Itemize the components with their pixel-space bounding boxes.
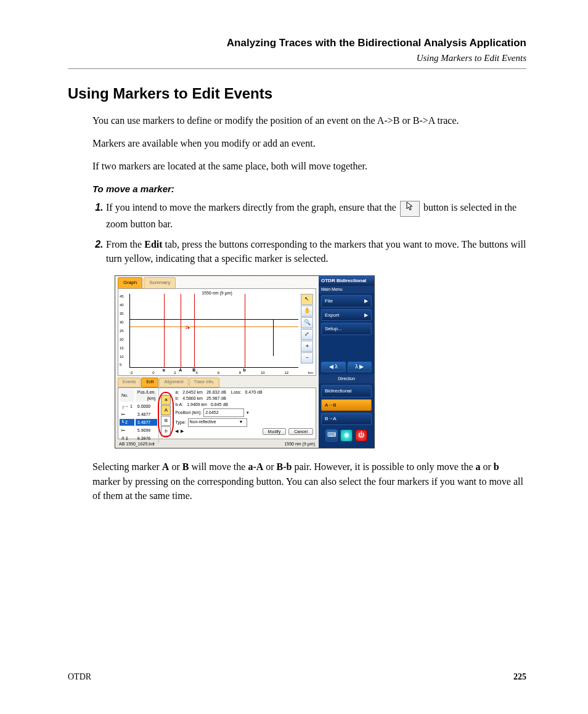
help-icon[interactable]: ◉ bbox=[340, 429, 353, 442]
header-rule bbox=[68, 68, 526, 69]
tab-edit[interactable]: Edit bbox=[141, 378, 158, 387]
page-number: 225 bbox=[513, 672, 526, 682]
zoom-toolbox: ↖ ✋ 🔍 ⤢ ＋ － bbox=[301, 294, 313, 364]
step-text: If you intend to move the markers direct… bbox=[106, 202, 399, 213]
y-axis: 45403530252015105 bbox=[120, 294, 124, 368]
table-row[interactable]: ┌→ 10.0000 bbox=[120, 403, 157, 410]
edit-panel: No.Pos./Len.(km) ┌→ 10.0000 ⊢3.4877 ┖ 23… bbox=[118, 387, 316, 439]
zoom-in-button[interactable]: ＋ bbox=[301, 341, 313, 352]
marker-fields: a:2.6452 km26.832 dB Loss:0.470 dB b:4.5… bbox=[173, 388, 316, 439]
page-footer: OTDR 225 bbox=[68, 672, 526, 682]
setup-menu-button[interactable]: Setup... bbox=[321, 323, 372, 335]
event-table[interactable]: No.Pos./Len.(km) ┌→ 10.0000 ⊢3.4877 ┖ 23… bbox=[118, 388, 159, 443]
modify-button[interactable]: Modify bbox=[263, 428, 287, 435]
chapter-title: Analyzing Traces with the Bidirectional … bbox=[68, 37, 526, 49]
edit-tab-ref: Edit bbox=[144, 239, 162, 249]
step-2: From the Edit tab, press the buttons cor… bbox=[106, 237, 526, 266]
keyboard-icon[interactable]: ⌨ bbox=[325, 429, 338, 442]
main-menu-label: Main Menu bbox=[319, 286, 374, 293]
section-breadcrumb: Using Markers to Edit Events bbox=[68, 53, 526, 63]
zoom-out-button[interactable]: － bbox=[301, 352, 313, 363]
table-row[interactable]: Л 39.3976 bbox=[120, 435, 157, 442]
pan-tool-button[interactable]: ✋ bbox=[301, 306, 313, 317]
cancel-button[interactable]: Cancel bbox=[288, 428, 313, 435]
type-select[interactable]: Non-reflective▼ bbox=[188, 418, 247, 427]
marker-B-line[interactable]: B bbox=[194, 294, 195, 367]
export-menu-button[interactable]: Export▶ bbox=[321, 309, 372, 322]
side-panel: OTDR Bidirectional Main Menu File▶ Expor… bbox=[319, 276, 374, 448]
direction-label: Direction bbox=[319, 375, 374, 383]
file-menu-button[interactable]: File▶ bbox=[321, 295, 372, 307]
step-text: From the bbox=[106, 239, 144, 249]
paragraph: If two markers are located at the same p… bbox=[92, 159, 526, 173]
paragraph: Markers are available when you modify or… bbox=[92, 136, 526, 150]
marker-a-line[interactable]: a bbox=[164, 294, 165, 367]
table-row-selected[interactable]: ┖ 23.4877 bbox=[120, 419, 157, 426]
app-title: OTDR Bidirectional bbox=[319, 276, 374, 286]
cursor-tool-button[interactable]: ↖ bbox=[301, 294, 313, 305]
product-name: OTDR bbox=[68, 672, 91, 682]
tab-alignment[interactable]: Alignment bbox=[159, 378, 188, 387]
x-axis: -2024681012km bbox=[129, 370, 313, 376]
direction-ab-button[interactable]: A→B bbox=[321, 399, 372, 412]
plot-area: a A 2▸ B b bbox=[129, 294, 298, 368]
paragraph: Selecting marker A or B will move the a-… bbox=[92, 460, 526, 503]
tab-graph[interactable]: Graph bbox=[118, 277, 142, 288]
position-label: Position (km): bbox=[175, 410, 202, 416]
app-screenshot: Graph Summary 1550 nm (9 µm) 45403530252… bbox=[115, 275, 375, 448]
tab-summary[interactable]: Summary bbox=[144, 277, 176, 288]
direction-ba-button[interactable]: B→A bbox=[321, 413, 372, 425]
paragraph: You can use markers to define or modify … bbox=[92, 113, 526, 128]
cursor-tool-icon bbox=[400, 201, 420, 217]
event-2-label: 2▸ bbox=[186, 325, 190, 331]
table-row[interactable]: ⊢3.4877 bbox=[120, 411, 157, 418]
page-header: Analyzing Traces with the Bidirectional … bbox=[68, 37, 526, 63]
type-label: Type: bbox=[175, 420, 186, 426]
trace-graph[interactable]: 1550 nm (9 µm) 45403530252015105 a A 2▸ … bbox=[118, 288, 316, 376]
next-wavelength-button[interactable]: λ ▶ bbox=[348, 362, 372, 372]
procedure-steps: If you intend to move the markers direct… bbox=[92, 200, 526, 266]
step-text: tab, press the buttons corresponding to … bbox=[106, 239, 526, 264]
table-row[interactable]: ⊢5.9099 bbox=[120, 427, 157, 434]
zoom-full-button[interactable]: ⤢ bbox=[301, 329, 313, 340]
position-input[interactable] bbox=[203, 408, 244, 417]
tab-events[interactable]: Events bbox=[118, 378, 141, 387]
prev-wavelength-button[interactable]: ◀ λ bbox=[321, 362, 346, 372]
wavelength-label: 1550 nm (9 µm) bbox=[284, 441, 315, 447]
step-1: If you intend to move the markers direct… bbox=[106, 200, 526, 231]
callout-circle-icon bbox=[158, 392, 174, 437]
procedure-heading: To move a marker: bbox=[92, 182, 526, 196]
body-text: You can use markers to define or modify … bbox=[92, 113, 526, 503]
marker-A-line[interactable]: A bbox=[181, 294, 181, 367]
marker-b-line[interactable]: b bbox=[245, 294, 245, 367]
power-icon[interactable]: ⏻ bbox=[355, 429, 367, 442]
zoom-tool-button[interactable]: 🔍 bbox=[301, 317, 313, 328]
direction-bidi-button[interactable]: Bidirectional bbox=[321, 385, 372, 397]
page-title: Using Markers to Edit Events bbox=[68, 85, 526, 102]
tab-traceinfo[interactable]: Trace Info. bbox=[189, 378, 219, 387]
